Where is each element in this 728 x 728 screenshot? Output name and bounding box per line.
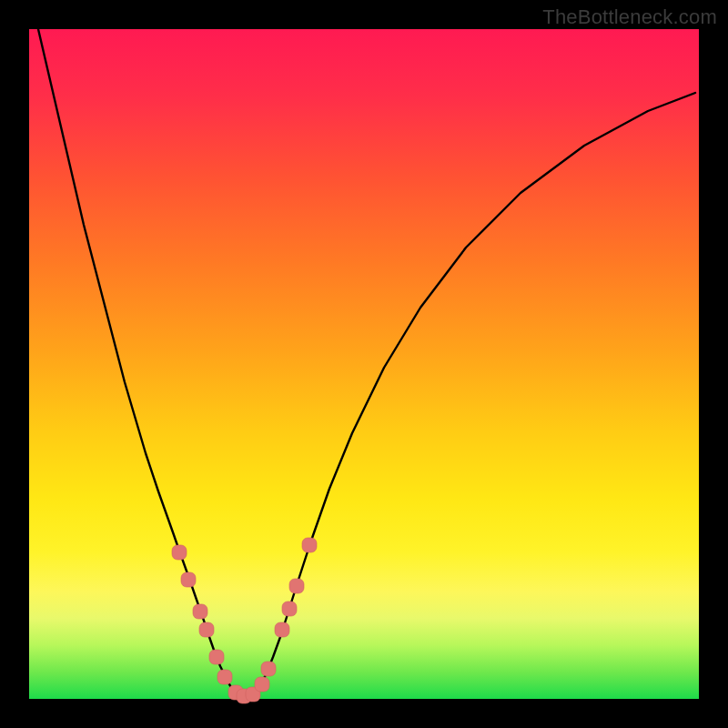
- data-marker: [255, 677, 269, 692]
- bottleneck-curve-svg: [29, 29, 699, 699]
- data-markers: [172, 538, 317, 703]
- data-marker: [199, 622, 214, 637]
- plot-area: [29, 29, 699, 699]
- chart-frame: TheBottleneck.com: [0, 0, 728, 728]
- data-marker: [193, 604, 207, 619]
- data-marker: [289, 579, 304, 593]
- data-marker: [209, 650, 224, 664]
- bottleneck-curve: [38, 29, 695, 697]
- data-marker: [181, 572, 196, 587]
- watermark-label: TheBottleneck.com: [542, 5, 717, 29]
- data-marker: [217, 670, 232, 684]
- data-marker: [172, 545, 187, 560]
- data-marker: [275, 622, 289, 637]
- data-marker: [282, 602, 297, 616]
- data-marker: [302, 538, 317, 552]
- data-marker: [261, 662, 276, 676]
